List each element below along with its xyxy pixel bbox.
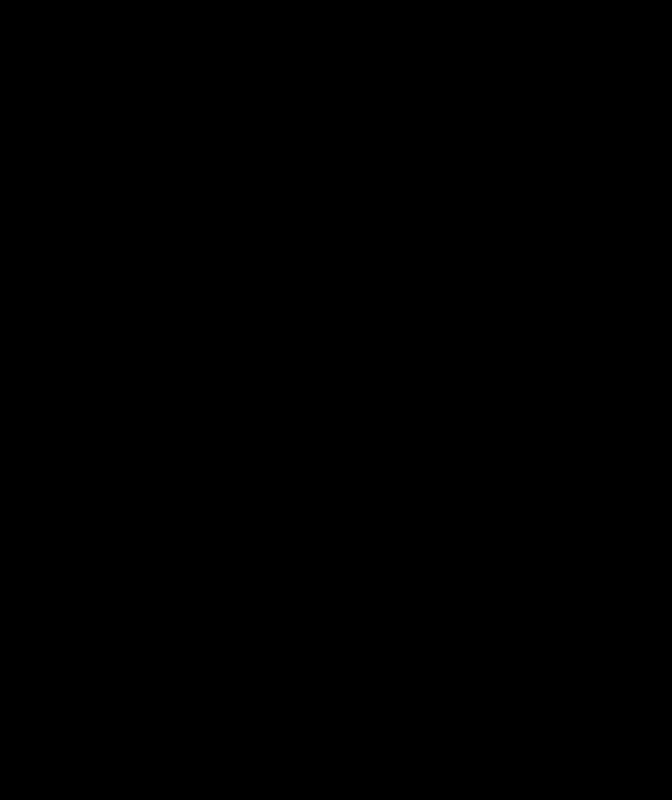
radar-window (0, 0, 672, 800)
radar-scene (0, 0, 672, 800)
